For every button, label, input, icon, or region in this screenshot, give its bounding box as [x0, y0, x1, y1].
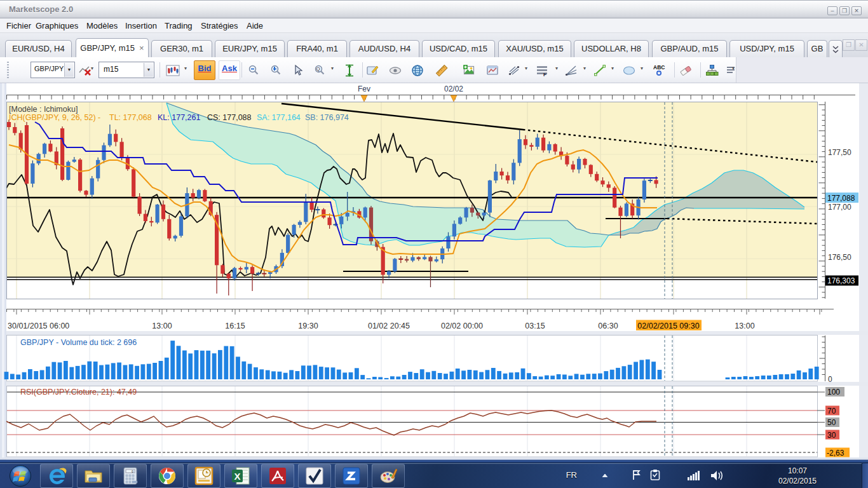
svg-text:-2,63: -2,63 [827, 449, 844, 458]
svg-text:RSI(GBP/JPY.Cloture, 21): 47,4: RSI(GBP/JPY.Cloture, 21): 47,49 [20, 388, 137, 396]
svg-text:30/01/2015 06:00: 30/01/2015 06:00 [8, 322, 69, 330]
svg-text:177,00: 177,00 [828, 203, 851, 212]
svg-text:01/02 20:45: 01/02 20:45 [368, 322, 410, 330]
svg-text:02/02/2015 09:30: 02/02/2015 09:30 [637, 322, 699, 330]
svg-text:ABC: ABC [653, 64, 665, 71]
svg-text:06:30: 06:30 [598, 322, 618, 330]
svg-text:19:30: 19:30 [298, 322, 318, 330]
svg-text:02/02: 02/02 [444, 85, 463, 93]
svg-text:F: F [543, 72, 546, 78]
svg-text:177,088: 177,088 [827, 194, 855, 203]
svg-text:X: X [234, 471, 240, 482]
svg-text:177,50: 177,50 [828, 148, 851, 157]
svg-text:02/02 00:00: 02/02 00:00 [441, 322, 483, 330]
svg-text:Fev: Fev [358, 85, 370, 93]
svg-text:ICH(GBP/JPY, 9, 26, 52) -TL: 1: ICH(GBP/JPY, 9, 26, 52) -TL: 177,068KL: … [9, 113, 349, 122]
svg-text:0: 0 [132, 470, 133, 474]
svg-text:[Modèle : Ichimoku]: [Modèle : Ichimoku] [9, 105, 78, 114]
svg-text:GBP/JPY - Volume du tick: 2 69: GBP/JPY - Volume du tick: 2 696 [20, 338, 137, 347]
svg-text:13:00: 13:00 [735, 322, 754, 330]
svg-text:03:15: 03:15 [525, 322, 545, 330]
svg-text:16:15: 16:15 [225, 322, 245, 330]
svg-text:176,303: 176,303 [827, 276, 855, 285]
svg-text:30: 30 [827, 431, 836, 440]
svg-text:13:00: 13:00 [152, 322, 172, 330]
svg-text:100: 100 [827, 388, 840, 396]
svg-text:70: 70 [827, 407, 836, 416]
svg-text:0: 0 [828, 375, 832, 384]
svg-text:50: 50 [827, 418, 836, 427]
svg-text:Q: Q [316, 66, 320, 72]
svg-text:176,50: 176,50 [828, 253, 851, 262]
